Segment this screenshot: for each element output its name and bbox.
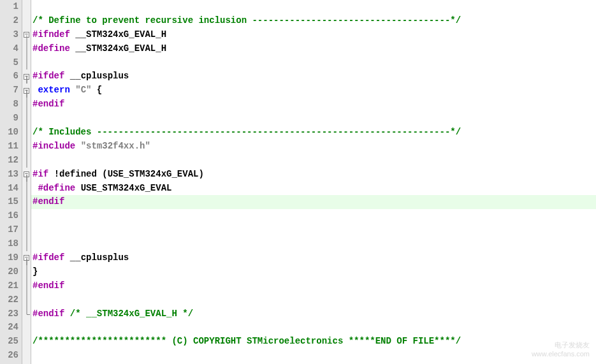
code-token: __cplusplus: [70, 71, 129, 81]
code-line[interactable]: [31, 223, 596, 237]
watermark-line2: www.elecfans.com: [532, 350, 590, 358]
fold-cell: [22, 14, 31, 28]
code-line[interactable]: /************************ (C) COPYRIGHT …: [31, 335, 596, 349]
code-token: USE_STM324xG_EVAL: [108, 169, 199, 179]
code-token: __STM324xG_EVAL_H: [75, 43, 166, 54]
fold-cell: [22, 223, 31, 237]
fold-column: −−−−−: [22, 0, 31, 364]
code-line[interactable]: [31, 0, 596, 14]
fold-cell: −: [22, 84, 31, 98]
code-token: /* __STM324xG_EVAL_H */: [70, 309, 193, 319]
code-token: /* Includes ----------------------------…: [33, 127, 461, 137]
code-token: [75, 141, 80, 151]
code-line[interactable]: [31, 293, 596, 307]
code-line[interactable]: #endif: [31, 98, 596, 112]
code-line[interactable]: [31, 154, 596, 168]
code-token: [64, 71, 69, 81]
line-number: 1: [0, 0, 22, 14]
code-token: #endif: [33, 309, 64, 319]
code-token: extern: [38, 85, 69, 95]
line-number: 26: [0, 349, 22, 363]
code-line[interactable]: extern "C" {: [31, 84, 596, 98]
code-line[interactable]: [31, 209, 596, 223]
line-number: 6: [0, 69, 22, 84]
code-token: #include: [33, 141, 75, 151]
code-line[interactable]: #ifndef __STM324xG_EVAL_H: [31, 28, 596, 42]
fold-cell: [22, 126, 31, 140]
fold-cell: [22, 335, 31, 349]
fold-cell: [22, 140, 31, 154]
line-number: 9: [0, 112, 22, 126]
code-token: __STM324xG_EVAL_H: [75, 29, 166, 40]
fold-cell: [22, 154, 31, 168]
code-token: #define: [38, 183, 75, 193]
code-line[interactable]: #define __STM324xG_EVAL_H: [31, 42, 596, 56]
code-line[interactable]: #endif: [31, 279, 596, 293]
line-number: 15: [0, 195, 22, 209]
code-token: #endif: [33, 280, 64, 291]
line-number-gutter: 1234567891011121314151617181920212223242…: [0, 0, 22, 364]
line-number: 23: [0, 307, 22, 321]
code-token: #endif: [33, 99, 64, 109]
code-line[interactable]: #endif /* __STM324xG_EVAL_H */: [31, 307, 596, 321]
code-token: }: [33, 266, 38, 277]
code-line[interactable]: [31, 112, 596, 126]
watermark-line1: 电子发烧友: [532, 340, 590, 350]
code-line[interactable]: /* Define to prevent recursive inclusion…: [31, 14, 596, 28]
code-line[interactable]: #ifdef __cplusplus: [31, 69, 596, 84]
code-line[interactable]: }: [31, 265, 596, 279]
code-token: [64, 252, 69, 263]
fold-cell: [22, 209, 31, 223]
code-token: "stm32f4xx.h": [81, 141, 150, 151]
watermark: 电子发烧友 www.elecfans.com: [532, 340, 590, 358]
fold-cell: −: [22, 28, 31, 42]
code-token: [70, 29, 75, 40]
code-line[interactable]: #if !defined (USE_STM324xG_EVAL): [31, 168, 596, 182]
code-token: #define: [33, 43, 70, 54]
code-line[interactable]: /* Includes ----------------------------…: [31, 126, 596, 140]
line-number: 22: [0, 293, 22, 307]
code-token: [91, 85, 96, 95]
code-area[interactable]: /* Define to prevent recursive inclusion…: [31, 0, 596, 364]
code-line[interactable]: [31, 321, 596, 335]
line-number: 14: [0, 182, 22, 196]
code-line[interactable]: [31, 237, 596, 251]
line-number: 5: [0, 56, 22, 70]
code-line[interactable]: #define USE_STM324xG_EVAL: [31, 182, 596, 196]
code-line[interactable]: [31, 56, 596, 70]
line-number: 13: [0, 168, 22, 182]
code-token: {: [97, 85, 102, 95]
fold-cell: [22, 98, 31, 112]
code-token: #ifdef: [33, 252, 64, 263]
code-token: #ifdef: [33, 71, 64, 81]
code-token: !: [54, 169, 59, 179]
code-token: [75, 183, 80, 193]
code-token: #if: [33, 169, 48, 179]
code-token: "C": [75, 85, 91, 95]
code-token: /* Define to prevent recursive inclusion…: [33, 15, 461, 25]
line-number: 3: [0, 28, 22, 42]
fold-cell: [22, 0, 31, 14]
code-token: #ifndef: [33, 29, 70, 40]
code-line[interactable]: #endif: [31, 195, 596, 209]
line-number: 12: [0, 154, 22, 168]
code-line[interactable]: #include "stm32f4xx.h": [31, 140, 596, 154]
fold-cell: [22, 321, 31, 335]
line-number: 20: [0, 265, 22, 279]
code-token: [70, 85, 75, 95]
line-number: 7: [0, 84, 22, 98]
code-token: [48, 169, 54, 179]
fold-cell: [22, 307, 31, 321]
code-token: #endif: [33, 196, 64, 207]
code-token: [97, 169, 102, 179]
fold-cell: [22, 349, 31, 363]
fold-cell: [22, 56, 31, 70]
code-token: /************************ (C) COPYRIGHT …: [33, 336, 461, 346]
line-number: 2: [0, 14, 22, 28]
line-number: 8: [0, 98, 22, 112]
code-line[interactable]: #ifdef __cplusplus: [31, 251, 596, 265]
fold-cell: −: [22, 251, 31, 265]
code-token: ): [198, 169, 203, 179]
fold-cell: [22, 42, 31, 56]
code-line[interactable]: [31, 349, 596, 363]
